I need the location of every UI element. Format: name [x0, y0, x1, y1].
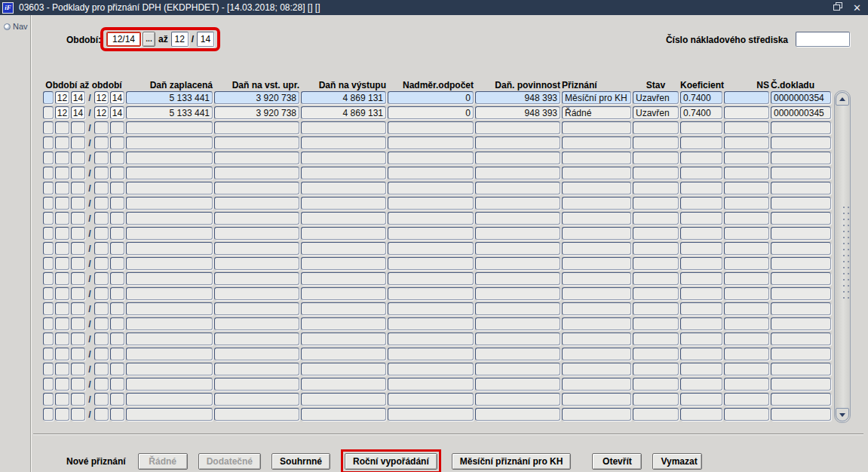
cell-nadmer_odpocet[interactable] [388, 302, 474, 315]
cell-priznani[interactable] [562, 348, 631, 360]
cell-p3[interactable] [94, 152, 109, 164]
record-selector-cell[interactable] [43, 408, 54, 421]
cell-p1[interactable] [55, 121, 69, 134]
cell-p2[interactable] [71, 257, 85, 270]
cell-dan_povinnost[interactable] [475, 182, 560, 195]
cell-p2[interactable] [71, 272, 85, 285]
cell-dan_na_vystupu[interactable] [301, 212, 386, 225]
cell-p1[interactable] [55, 272, 69, 285]
record-selector-cell[interactable] [43, 182, 54, 195]
cell-dan_povinnost[interactable] [475, 333, 560, 345]
cell-priznani[interactable] [562, 408, 631, 421]
cell-nadmer_odpocet[interactable] [388, 242, 474, 255]
cell-p3[interactable] [94, 121, 109, 134]
cell-koeficient[interactable] [680, 363, 722, 375]
cell-koeficient[interactable] [680, 121, 722, 134]
cell-priznani[interactable] [562, 317, 631, 330]
cell-koeficient[interactable] [680, 182, 722, 195]
cell-dan_povinnost[interactable] [475, 121, 560, 134]
cell-koeficient[interactable]: 0.7400 [680, 91, 722, 104]
cell-nadmer_odpocet[interactable] [388, 363, 474, 375]
cell-stav[interactable] [633, 152, 679, 164]
cell-dan_na_vystupu[interactable] [301, 333, 386, 345]
cell-dan_zaplacena[interactable] [126, 136, 213, 149]
cell-p3[interactable]: 12 [94, 91, 109, 104]
cell-dan_zaplacena[interactable] [126, 408, 213, 421]
cell-p1[interactable] [55, 408, 69, 421]
cell-dan_na_vst_upr[interactable] [214, 378, 299, 391]
cell-dan_povinnost[interactable] [475, 212, 560, 225]
cell-p3[interactable] [94, 272, 109, 285]
cell-p1[interactable] [55, 212, 69, 225]
cell-c_dokladu[interactable] [771, 317, 831, 330]
cell-dan_povinnost[interactable] [475, 378, 560, 391]
cell-stav[interactable] [633, 363, 679, 375]
cell-nadmer_odpocet[interactable] [388, 257, 474, 270]
cell-p2[interactable] [71, 242, 85, 255]
cell-p4[interactable] [110, 302, 124, 315]
cell-nadmer_odpocet[interactable] [388, 378, 474, 391]
cell-dan_na_vst_upr[interactable] [214, 227, 299, 240]
cell-dan_na_vst_upr[interactable] [214, 242, 299, 255]
cell-dan_na_vystupu[interactable] [301, 408, 386, 421]
cell-ns[interactable] [724, 287, 769, 300]
obdobi-to-month-input[interactable] [171, 32, 189, 47]
cell-dan_na_vystupu[interactable] [301, 393, 386, 406]
cell-p2[interactable] [71, 152, 85, 164]
cell-ns[interactable] [724, 378, 769, 391]
cell-dan_povinnost[interactable] [475, 197, 560, 210]
cell-dan_povinnost[interactable] [475, 393, 560, 406]
cell-dan_na_vystupu[interactable] [301, 152, 386, 164]
record-selector-cell[interactable] [43, 272, 54, 285]
cell-priznani[interactable] [562, 227, 631, 240]
cell-koeficient[interactable] [680, 136, 722, 149]
cell-dan_zaplacena[interactable] [126, 348, 213, 360]
cell-p2[interactable] [71, 167, 85, 179]
cell-dan_povinnost[interactable] [475, 363, 560, 375]
cell-ns[interactable] [724, 106, 769, 119]
cell-dan_zaplacena[interactable] [126, 317, 213, 330]
cell-stav[interactable] [633, 227, 679, 240]
cell-dan_povinnost[interactable] [475, 408, 560, 421]
cell-p1[interactable] [55, 136, 69, 149]
obdobi-from-input[interactable] [106, 32, 141, 47]
cell-p1[interactable] [55, 393, 69, 406]
cell-priznani[interactable]: Řádné [562, 106, 631, 119]
cell-p4[interactable] [110, 136, 124, 149]
cell-ns[interactable] [724, 152, 769, 164]
cell-dan_povinnost[interactable] [475, 257, 560, 270]
cell-stav[interactable] [633, 333, 679, 345]
cell-ns[interactable] [724, 227, 769, 240]
cell-c_dokladu[interactable] [771, 212, 831, 225]
cell-koeficient[interactable] [680, 242, 722, 255]
cell-priznani[interactable] [562, 242, 631, 255]
record-selector-cell[interactable] [43, 106, 54, 119]
cell-dan_na_vst_upr[interactable] [214, 136, 299, 149]
cell-p2[interactable] [71, 348, 85, 360]
cell-dan_na_vst_upr[interactable] [214, 152, 299, 164]
cell-p3[interactable] [94, 242, 109, 255]
cell-c_dokladu[interactable] [771, 287, 831, 300]
cell-dan_zaplacena[interactable]: 5 133 441 [126, 91, 213, 104]
scroll-up-button[interactable] [836, 92, 849, 106]
cell-stav[interactable] [633, 212, 679, 225]
cell-dan_povinnost[interactable] [475, 167, 560, 179]
cell-dan_povinnost[interactable] [475, 302, 560, 315]
table-scrollbar[interactable] [834, 90, 851, 423]
cell-c_dokladu[interactable] [771, 302, 831, 315]
cell-dan_na_vystupu[interactable] [301, 136, 386, 149]
cell-p3[interactable] [94, 182, 109, 195]
cell-dan_na_vystupu[interactable] [301, 227, 386, 240]
cell-ns[interactable] [724, 212, 769, 225]
cell-dan_na_vst_upr[interactable] [214, 272, 299, 285]
record-selector-cell[interactable] [43, 212, 54, 225]
cell-dan_zaplacena[interactable] [126, 167, 213, 179]
cell-dan_povinnost[interactable]: 948 393 [475, 91, 560, 104]
cell-p3[interactable] [94, 363, 109, 375]
cell-ns[interactable] [724, 348, 769, 360]
cell-dan_zaplacena[interactable] [126, 152, 213, 164]
cell-p1[interactable]: 12 [55, 106, 69, 119]
record-selector-cell[interactable] [43, 227, 54, 240]
cell-p2[interactable] [71, 212, 85, 225]
cell-p4[interactable] [110, 197, 124, 210]
